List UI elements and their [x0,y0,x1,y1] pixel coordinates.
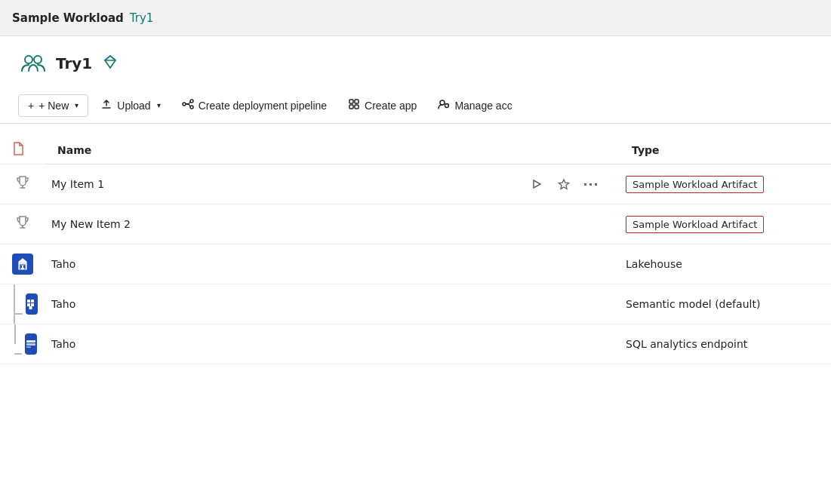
item-name: My Item 1 [51,178,104,190]
trophy-icon [14,175,31,194]
favorite-button[interactable] [553,174,574,195]
upload-chevron-icon: ▾ [157,101,161,109]
table-row: My Item 1 [0,164,831,204]
app-title: Sample Workload [12,11,124,25]
svg-rect-14 [31,300,34,303]
new-button[interactable]: + + New ▾ [18,94,88,117]
manage-access-button[interactable]: Manage acc [429,94,521,117]
lakehouse-icon [12,254,33,275]
plus-icon: + [28,100,34,112]
diamond-icon [103,54,118,72]
upload-icon [100,98,112,112]
toolbar: + + New ▾ Upload ▾ Create deployment pip… [0,88,831,124]
run-button[interactable] [526,174,547,195]
svg-rect-19 [26,343,35,346]
svg-rect-12 [23,266,25,268]
svg-point-2 [183,103,186,106]
semantic-model-icon [26,293,38,315]
table-row: Taho Semantic model (default) [0,284,831,324]
app-icon [348,98,360,112]
item-type: Lakehouse [626,258,682,270]
create-app-button[interactable]: Create app [339,94,426,117]
svg-point-9 [440,100,445,105]
item-name: Taho [51,258,75,270]
item-name: Taho [51,338,75,350]
item-name: My New Item 2 [51,218,131,230]
svg-rect-18 [26,340,35,343]
workspace-icon [18,48,48,78]
svg-rect-7 [349,105,353,109]
type-badge: Sample Workload Artifact [626,176,764,193]
svg-point-1 [34,56,42,63]
type-column-header: Type [620,136,831,164]
trophy-icon [14,215,31,234]
top-bar: Sample Workload Try1 [0,0,831,36]
workspace-subtitle: Try1 [130,11,154,25]
item-name: Taho [51,298,75,310]
svg-rect-5 [349,100,353,103]
table-row: Taho SQL analytics endpoint [0,324,831,364]
create-pipeline-label: Create deployment pipeline [199,100,327,112]
svg-point-0 [25,56,32,63]
more-options-button[interactable]: ··· [580,174,602,195]
svg-rect-6 [355,100,359,103]
sql-endpoint-icon [25,333,37,355]
workspace-name: Try1 [56,54,92,72]
svg-rect-17 [29,306,32,309]
upload-label: Upload [117,100,150,112]
group-icon [20,50,47,77]
content-area: Name Type [0,124,831,376]
item-type: Semantic model (default) [626,298,760,310]
svg-point-3 [190,100,193,103]
svg-rect-16 [31,303,34,306]
table-row: My New Item 2 Sample Workload Artifact [0,204,831,244]
upload-button[interactable]: Upload ▾ [91,94,169,117]
create-app-label: Create app [365,100,417,112]
table-row: Taho Lakehouse [0,244,831,284]
file-icon-header [12,146,24,158]
new-label: + New [38,100,69,112]
workspace-header: Try1 [0,36,831,88]
type-badge: Sample Workload Artifact [626,216,764,233]
item-type: SQL analytics endpoint [626,338,747,350]
items-table: Name Type [0,136,831,364]
pipeline-icon [182,98,194,112]
svg-point-4 [190,106,193,109]
manage-icon [438,98,450,112]
name-column-header: Name [45,136,620,164]
svg-rect-11 [20,266,22,268]
chevron-down-icon: ▾ [75,101,78,109]
create-pipeline-button[interactable]: Create deployment pipeline [173,94,336,117]
svg-rect-20 [26,346,31,348]
svg-rect-8 [355,105,359,109]
manage-access-label: Manage acc [454,100,512,112]
svg-rect-15 [27,303,30,306]
svg-rect-13 [27,300,30,303]
